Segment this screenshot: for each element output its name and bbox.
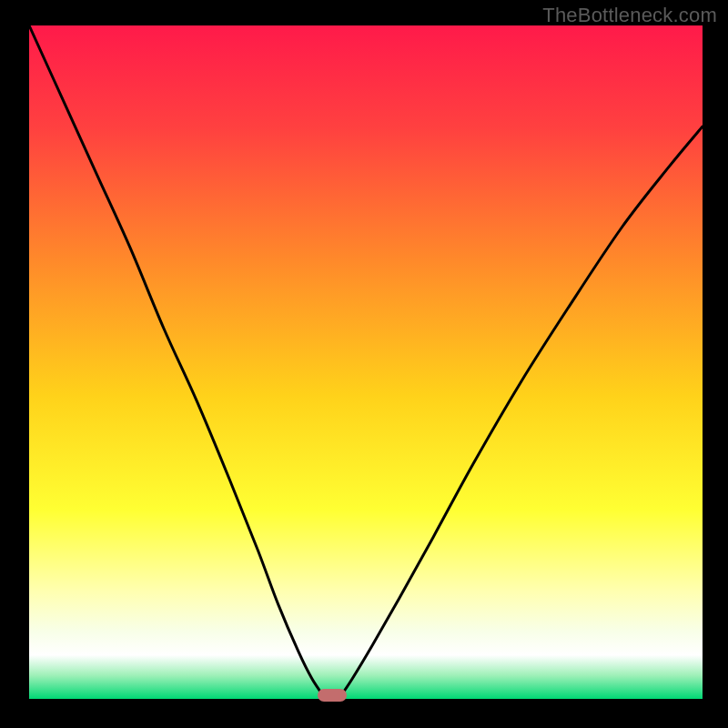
watermark-text: TheBottleneck.com [542, 4, 717, 27]
chart-root: TheBottleneck.com [0, 0, 728, 728]
plot-frame [29, 25, 703, 699]
optimal-point-marker [318, 689, 347, 702]
bottleneck-chart-canvas [29, 25, 703, 699]
